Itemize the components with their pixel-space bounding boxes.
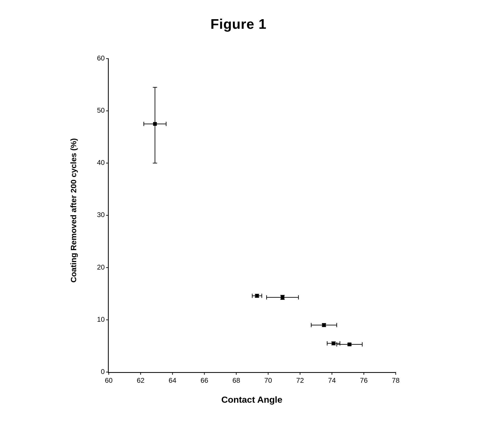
svg-text:30: 30 [97,211,105,219]
svg-text:10: 10 [97,315,105,323]
svg-text:76: 76 [360,376,368,384]
chart-container: Coating Removed after 200 cycles (%) 010… [65,48,412,408]
page-title: Figure 1 [211,16,266,32]
svg-text:60: 60 [105,376,113,384]
svg-text:0: 0 [101,368,105,376]
svg-rect-75 [347,343,351,346]
svg-text:50: 50 [97,106,105,114]
svg-text:62: 62 [137,376,144,384]
svg-text:70: 70 [264,376,272,384]
svg-text:72: 72 [296,376,304,384]
svg-text:20: 20 [97,263,105,271]
chart-area: 010203040506060626466687072747678 [108,59,396,373]
svg-text:64: 64 [169,376,176,384]
svg-text:68: 68 [232,376,240,384]
svg-text:66: 66 [201,376,208,384]
y-axis-label: Coating Removed after 200 cycles (%) [65,48,81,373]
svg-text:74: 74 [328,376,336,384]
svg-text:78: 78 [392,376,400,384]
svg-text:40: 40 [97,158,105,166]
svg-rect-68 [332,341,335,345]
svg-rect-40 [153,122,157,126]
svg-rect-54 [281,295,284,299]
svg-rect-61 [322,323,326,327]
x-axis-label: Contact Angle [108,394,396,405]
svg-rect-47 [255,294,259,298]
svg-text:60: 60 [97,54,105,62]
